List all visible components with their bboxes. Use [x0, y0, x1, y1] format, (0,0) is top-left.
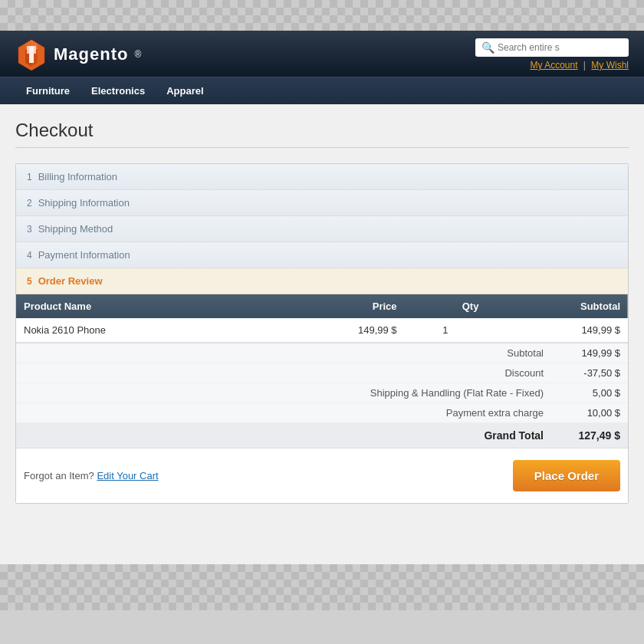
- subtotal-cell: 149,99 $: [486, 318, 628, 343]
- checkout-footer: Forgot an Item? Edit Your Cart Place Ord…: [16, 448, 628, 503]
- order-table: Product Name Price Qty Subtotal Nokia 26…: [16, 294, 628, 343]
- shipping-row: Shipping & Handling (Flat Rate - Fixed) …: [16, 383, 628, 403]
- top-transparent-area: [0, 0, 644, 31]
- bottom-transparent-area: [0, 564, 644, 610]
- step-4-payment: 4 Payment Information: [16, 242, 628, 268]
- step-3-shipping-method: 3 Shipping Method: [16, 216, 628, 242]
- nav-items: Furniture Electronics Apparel: [15, 77, 629, 104]
- step-2-label: Shipping Information: [38, 197, 130, 209]
- grand-total-label: Grand Total: [344, 429, 544, 442]
- step-2-shipping-info: 2 Shipping Information: [16, 190, 628, 216]
- step-5-order-review: 5 Order Review: [16, 268, 628, 294]
- edit-cart-link[interactable]: Edit Your Cart: [97, 470, 158, 481]
- forgot-text: Forgot an Item?: [24, 470, 94, 481]
- nav-bar: Furniture Electronics Apparel: [0, 77, 644, 104]
- svg-rect-7: [34, 46, 36, 54]
- order-summary: Subtotal 149,99 $ Discount -37,50 $ Ship…: [16, 343, 628, 448]
- step-1-billing: 1 Billing Information: [16, 164, 628, 190]
- step-1-number: 1: [27, 172, 32, 182]
- nav-item-furniture[interactable]: Furniture: [15, 77, 80, 104]
- search-icon: 🔍: [481, 41, 495, 54]
- header-right: 🔍 My Account | My Wishl: [475, 38, 629, 71]
- step-2-number: 2: [27, 198, 32, 209]
- product-name-cell: Nokia 2610 Phone: [16, 318, 266, 343]
- search-bar[interactable]: 🔍: [475, 38, 629, 57]
- payment-extra-row: Payment extra charge 10,00 $: [16, 403, 628, 423]
- my-account-link[interactable]: My Account: [530, 60, 577, 71]
- discount-row: Discount -37,50 $: [16, 363, 628, 383]
- col-header-qty: Qty: [405, 294, 487, 318]
- col-header-product: Product Name: [16, 294, 266, 318]
- logo-reg: ®: [134, 49, 141, 60]
- step-4-number: 4: [27, 250, 32, 261]
- shipping-label: Shipping & Handling (Flat Rate - Fixed): [344, 387, 544, 399]
- grand-total-row: Grand Total 127,49 $: [16, 423, 628, 448]
- logo-area: Magento®: [15, 38, 141, 71]
- nav-item-apparel[interactable]: Apparel: [156, 77, 214, 104]
- payment-extra-value: 10,00 $: [559, 407, 620, 419]
- discount-label: Discount: [344, 367, 544, 379]
- forgot-item-area: Forgot an Item? Edit Your Cart: [24, 470, 159, 481]
- subtotal-row: Subtotal 149,99 $: [16, 343, 628, 363]
- step-4-label: Payment Information: [38, 249, 130, 261]
- step-1-label: Billing Information: [38, 171, 117, 182]
- link-separator: |: [583, 60, 586, 71]
- step-3-number: 3: [27, 224, 32, 235]
- logo-text: Magento: [54, 44, 128, 64]
- search-input[interactable]: [498, 42, 623, 53]
- qty-cell: 1: [405, 318, 487, 343]
- checkout-container: 1 Billing Information 2 Shipping Informa…: [15, 163, 629, 504]
- discount-value: -37,50 $: [559, 367, 620, 379]
- subtotal-label: Subtotal: [344, 347, 544, 359]
- shipping-value: 5,00 $: [559, 387, 620, 399]
- step-5-label: Order Review: [38, 275, 103, 287]
- step-3-label: Shipping Method: [38, 223, 113, 235]
- account-links: My Account | My Wishl: [530, 60, 629, 71]
- col-header-price: Price: [266, 294, 405, 318]
- col-header-subtotal: Subtotal: [486, 294, 628, 318]
- svg-rect-5: [29, 46, 34, 63]
- table-row: Nokia 2610 Phone 149,99 $ 1 149,99 $: [16, 318, 628, 343]
- step-5-number: 5: [27, 276, 32, 287]
- my-wishlist-link[interactable]: My Wishl: [591, 60, 629, 71]
- main-content: Checkout 1 Billing Information 2 Shippin…: [0, 104, 644, 564]
- subtotal-value: 149,99 $: [559, 347, 620, 359]
- svg-rect-6: [27, 46, 29, 54]
- grand-total-value: 127,49 $: [559, 429, 620, 442]
- payment-extra-label: Payment extra charge: [344, 407, 544, 419]
- place-order-button[interactable]: Place Order: [513, 460, 620, 491]
- price-cell: 149,99 $: [266, 318, 405, 343]
- site-header: Magento® 🔍 My Account | My Wishl: [0, 31, 644, 77]
- nav-item-electronics[interactable]: Electronics: [80, 77, 156, 104]
- magento-logo-icon: [15, 38, 48, 71]
- page-title: Checkout: [15, 120, 629, 148]
